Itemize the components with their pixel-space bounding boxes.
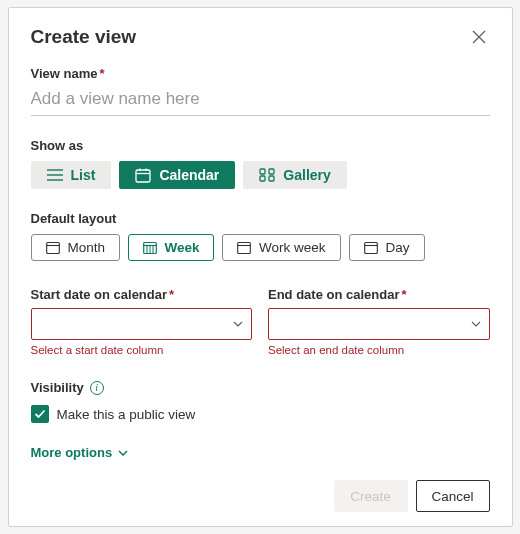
start-date-select[interactable] [31, 308, 253, 340]
show-as-calendar-label: Calendar [159, 167, 219, 183]
end-date-error: Select an end date column [268, 344, 490, 356]
required-mark: * [401, 287, 406, 302]
svg-rect-18 [238, 243, 251, 254]
cancel-button[interactable]: Cancel [416, 480, 490, 512]
svg-rect-10 [269, 176, 274, 181]
end-date-select[interactable] [268, 308, 490, 340]
more-options-label: More options [31, 445, 113, 460]
end-date-group: End date on calendar* Select an end date… [268, 287, 490, 356]
svg-rect-9 [260, 176, 265, 181]
view-name-label-text: View name [31, 66, 98, 81]
calendar-icon [135, 168, 151, 183]
start-date-group: Start date on calendar* Select a start d… [31, 287, 253, 356]
show-as-label: Show as [31, 138, 490, 153]
end-date-label-text: End date on calendar [268, 287, 399, 302]
show-as-list[interactable]: List [31, 161, 112, 189]
close-icon [472, 30, 486, 44]
layout-week[interactable]: Week [128, 234, 214, 261]
create-view-dialog: Create view View name* Show as List Cale… [8, 7, 513, 527]
required-mark: * [99, 66, 104, 81]
svg-rect-3 [136, 170, 150, 182]
layout-day[interactable]: Day [349, 234, 425, 261]
chevron-down-icon [118, 450, 128, 456]
chevron-down-icon [233, 321, 243, 327]
start-date-label-text: Start date on calendar [31, 287, 168, 302]
view-name-label: View name* [31, 66, 490, 81]
layout-workweek-label: Work week [259, 240, 326, 255]
dialog-footer: Create Cancel [334, 480, 490, 512]
show-as-calendar[interactable]: Calendar [119, 161, 235, 189]
layout-day-label: Day [386, 240, 410, 255]
layout-options: Month Week Work week Day [31, 234, 490, 261]
show-as-list-label: List [71, 167, 96, 183]
layout-month-label: Month [68, 240, 106, 255]
show-as-gallery[interactable]: Gallery [243, 161, 346, 189]
gallery-icon [259, 168, 275, 182]
week-icon [143, 241, 157, 254]
layout-week-label: Week [165, 240, 200, 255]
list-icon [47, 168, 63, 182]
show-as-gallery-label: Gallery [283, 167, 330, 183]
svg-rect-11 [46, 243, 59, 254]
dialog-title: Create view [31, 26, 137, 48]
public-view-row: Make this a public view [31, 405, 490, 423]
required-mark: * [169, 287, 174, 302]
day-icon [364, 241, 378, 254]
public-view-checkbox[interactable] [31, 405, 49, 423]
show-as-options: List Calendar Gallery [31, 161, 490, 189]
view-name-input[interactable] [31, 85, 490, 116]
start-date-label: Start date on calendar* [31, 287, 253, 302]
layout-workweek[interactable]: Work week [222, 234, 341, 261]
layout-month[interactable]: Month [31, 234, 121, 261]
workweek-icon [237, 241, 251, 254]
default-layout-label: Default layout [31, 211, 490, 226]
close-button[interactable] [468, 28, 490, 46]
public-view-label: Make this a public view [57, 407, 196, 422]
dialog-header: Create view [31, 26, 490, 48]
more-options-toggle[interactable]: More options [31, 445, 129, 460]
svg-rect-8 [269, 169, 274, 174]
svg-rect-7 [260, 169, 265, 174]
chevron-down-icon [471, 321, 481, 327]
info-icon[interactable]: i [90, 381, 104, 395]
check-icon [34, 409, 46, 419]
start-date-error: Select a start date column [31, 344, 253, 356]
create-button: Create [334, 480, 408, 512]
date-columns: Start date on calendar* Select a start d… [31, 287, 490, 356]
visibility-label: Visibility [31, 380, 84, 395]
end-date-label: End date on calendar* [268, 287, 490, 302]
svg-rect-20 [364, 243, 377, 254]
visibility-label-row: Visibility i [31, 380, 490, 395]
month-icon [46, 241, 60, 254]
